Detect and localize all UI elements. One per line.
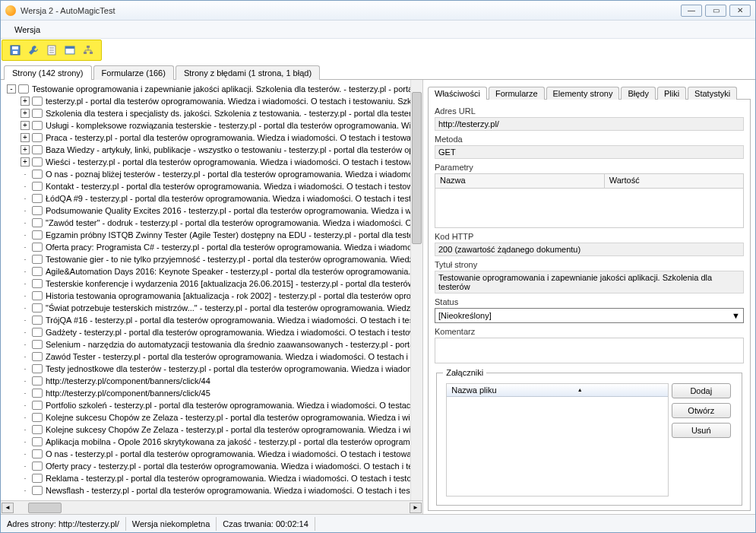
tree-label: Zawód Tester - testerzy.pl - portal dla … xyxy=(46,352,413,361)
tree-row[interactable]: ·http://testerzy.pl/component/banners/cl… xyxy=(4,387,422,399)
attachments-list[interactable]: Nazwa pliku ▲ xyxy=(446,383,669,497)
params-body[interactable] xyxy=(435,189,744,228)
tree-row[interactable]: ·Newsflash - testerzy.pl - portal dla te… xyxy=(4,484,422,497)
tree-row[interactable]: ·Aplikacja mobilna - Opole 2016 skrytyko… xyxy=(4,436,422,448)
param-col-value[interactable]: Wartość xyxy=(605,174,743,188)
param-col-name[interactable]: Nazwa xyxy=(435,174,605,188)
tree-bullet: · xyxy=(21,486,30,495)
subtab-statystyki[interactable]: Statystyki xyxy=(688,87,737,100)
tree-row[interactable]: ·TrójQA #16 - testerzy.pl - portal dla t… xyxy=(4,314,422,326)
page-icon xyxy=(32,449,43,458)
expand-icon[interactable]: + xyxy=(21,157,30,167)
page-icon xyxy=(32,376,43,385)
tab-strony[interactable]: Strony (142 strony) xyxy=(4,65,92,80)
subtab-wlasciwosci[interactable]: Właściwości xyxy=(428,87,487,100)
expand-icon[interactable]: + xyxy=(21,133,30,142)
tree-label: Testy jednostkowe dla testerów - testerz… xyxy=(46,364,414,373)
expand-icon[interactable]: + xyxy=(21,121,30,130)
tree-row[interactable]: ·ŁódQA #9 - testerzy.pl - portal dla tes… xyxy=(4,192,422,205)
tree-label: TrójQA #16 - testerzy.pl - portal dla te… xyxy=(46,316,416,325)
sitemap-icon[interactable] xyxy=(81,43,95,57)
collapse-icon[interactable]: - xyxy=(7,84,16,94)
method-label: Metoda xyxy=(435,135,744,144)
tree-row[interactable]: +Usługi - kompleksowe rozwiązania tester… xyxy=(4,119,422,132)
delete-button[interactable]: Usuń xyxy=(672,423,731,438)
expand-icon[interactable]: + xyxy=(21,109,30,118)
expand-icon[interactable]: + xyxy=(21,145,30,154)
tree-row[interactable]: ·"Zawód tester" - dodruk - testerzy.pl -… xyxy=(4,217,422,229)
tree-row[interactable]: ·O nas - poznaj bliżej testerów - tester… xyxy=(4,168,422,180)
tree-row[interactable]: ·Portfolio szkoleń - testerzy.pl - porta… xyxy=(4,399,422,411)
tree-row[interactable]: ·Kontakt - testerzy.pl - portal dla test… xyxy=(4,180,422,192)
document-icon[interactable] xyxy=(45,43,59,57)
subtab-elementy[interactable]: Elementy strony xyxy=(546,87,620,100)
tree-row[interactable]: ·Zawód Tester - testerzy.pl - portal dla… xyxy=(4,351,422,363)
tree-row[interactable]: ·Kolejne sukcesu Chopów ze Zelaza - test… xyxy=(4,411,422,424)
horizontal-scrollbar[interactable]: ◄► xyxy=(1,500,422,514)
tree-bullet: · xyxy=(21,352,30,361)
tree-row[interactable]: ·Selenium - narzędzia do automatyzacji t… xyxy=(4,338,422,351)
attach-col-filename: Nazwa pliku xyxy=(451,385,496,395)
tree-row[interactable]: ·Oferta pracy: Programista C# - testerzy… xyxy=(4,241,422,253)
tree-row[interactable]: ·Testerskie konferencje i wydarzenia 201… xyxy=(4,278,422,290)
tree-row[interactable]: +Wieści - testerzy.pl - portal dla teste… xyxy=(4,156,422,168)
page-icon xyxy=(32,267,43,276)
tree-row[interactable]: +Praca - testerzy.pl - portal dla tester… xyxy=(4,132,422,144)
tree-row[interactable]: ·O nas - testerzy.pl - portal dla tester… xyxy=(4,448,422,460)
comment-input[interactable] xyxy=(435,338,744,363)
tab-bledy[interactable]: Strony z błędami (1 strona, 1 błąd) xyxy=(176,65,320,80)
tree-row[interactable]: +Baza Wiedzy - artykuły, linki, publikac… xyxy=(4,144,422,156)
add-button[interactable]: Dodaj xyxy=(672,383,731,398)
tree-bullet: · xyxy=(21,230,30,240)
subtab-pliki[interactable]: Pliki xyxy=(657,87,686,100)
svg-rect-1 xyxy=(12,46,18,49)
form-icon[interactable] xyxy=(63,43,77,57)
page-icon xyxy=(18,84,29,94)
pagetitle-value: Testowanie oprogramowania i zapewnianie … xyxy=(435,271,744,293)
tree-row[interactable]: ·Egzamin próbny ISTQB Zwinny Tester (Agi… xyxy=(4,229,422,241)
open-button[interactable]: Otwórz xyxy=(672,403,731,418)
subtab-bledy[interactable]: Błędy xyxy=(621,87,656,100)
menu-wersja[interactable]: Wersja xyxy=(7,23,48,36)
page-tree[interactable]: -Testowanie oprogramowania i zapewnianie… xyxy=(1,80,422,500)
params-table: Nazwa Wartość xyxy=(435,173,744,228)
tree-row[interactable]: ·Podsumowanie Quality Excites 2016 - tes… xyxy=(4,205,422,217)
tree-row[interactable]: ·"Świat potrzebuje testerskich mistrzów.… xyxy=(4,302,422,314)
tree-row[interactable]: ·Gadżety - testerzy.pl - portal dla test… xyxy=(4,326,422,338)
tree-row[interactable]: -Testowanie oprogramowania i zapewnianie… xyxy=(4,83,422,95)
tree-label: O nas - testerzy.pl - portal dla testeró… xyxy=(46,449,416,458)
maximize-button[interactable]: ▭ xyxy=(705,5,726,17)
tree-label: Kolejne sukcesy Chopów Ze Zelaza - teste… xyxy=(46,425,415,434)
tree-row[interactable]: ·http://testerzy.pl/component/banners/cl… xyxy=(4,375,422,387)
tree-row[interactable]: ·Kolejne sukcesy Chopów Ze Zelaza - test… xyxy=(4,424,422,436)
tree-label: Wieści - testerzy.pl - portal dla tester… xyxy=(46,157,416,167)
attachments-header[interactable]: Nazwa pliku ▲ xyxy=(447,384,668,397)
wrench-icon[interactable] xyxy=(27,43,40,57)
tree-row[interactable]: ·Oferty pracy - testerzy.pl - portal dla… xyxy=(4,460,422,472)
status-value: [Nieokreślony] xyxy=(438,311,492,320)
tree-bullet: · xyxy=(21,303,30,313)
tree-row[interactable]: ·Agile&Automation Days 2016: Keynote Spe… xyxy=(4,265,422,278)
subtab-formularze[interactable]: Formularze xyxy=(489,87,545,100)
tree-row[interactable]: ·Testy jednostkowe dla testerów - tester… xyxy=(4,363,422,375)
tree-bullet: · xyxy=(21,401,30,410)
property-tabs: Właściwości Formularze Elementy strony B… xyxy=(428,83,751,100)
tree-row[interactable]: +Szkolenia dla testera i specjalisty ds.… xyxy=(4,107,422,119)
status-select[interactable]: [Nieokreślony] ▼ xyxy=(435,308,744,323)
tab-formularze[interactable]: Formularze (166) xyxy=(93,65,174,80)
expand-icon[interactable]: + xyxy=(21,97,30,106)
close-button[interactable]: ✕ xyxy=(729,5,751,17)
tree-row[interactable]: +testerzy.pl - portal dla testerów oprog… xyxy=(4,95,422,107)
svg-rect-11 xyxy=(90,52,93,54)
tree-row[interactable]: ·Reklama - testerzy.pl - portal dla test… xyxy=(4,472,422,484)
titlebar: Wersja 2 - AutoMagicTest — ▭ ✕ xyxy=(1,1,755,21)
vertical-scrollbar[interactable] xyxy=(410,80,422,500)
tree-row[interactable]: ·Testowanie gier - to nie tylko przyjemn… xyxy=(4,253,422,265)
params-label: Parametry xyxy=(435,163,744,172)
minimize-button[interactable]: — xyxy=(681,5,702,17)
tree-label: Aplikacja mobilna - Opole 2016 skrytykow… xyxy=(46,437,419,446)
save-icon[interactable] xyxy=(8,43,22,57)
tree-label: Kontakt - testerzy.pl - portal dla teste… xyxy=(46,182,418,191)
tree-row[interactable]: ·Historia testowania oprogramowania [akt… xyxy=(4,290,422,302)
statusbar: Adres strony: http://testerzy.pl/ Wersja… xyxy=(1,514,755,532)
